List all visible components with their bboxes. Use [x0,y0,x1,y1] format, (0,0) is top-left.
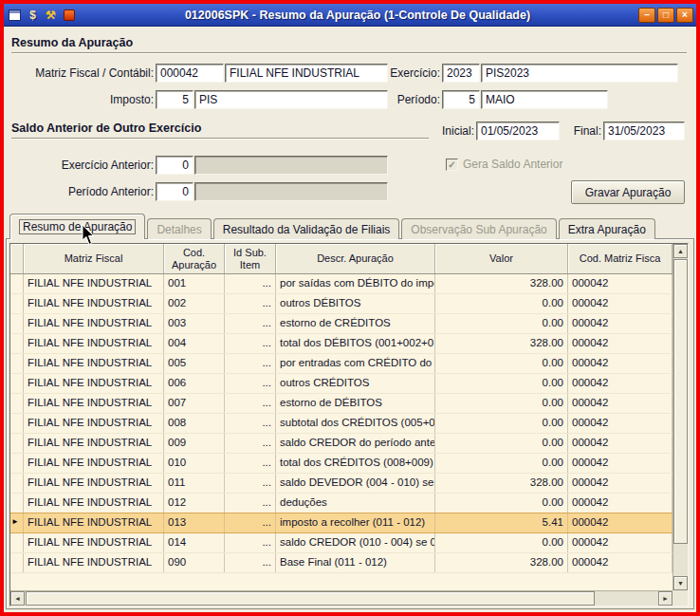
cell-valor: 0.00 [435,454,568,473]
grid-body: FILIAL NFE INDUSTRIAL001...por saídas co… [10,274,672,573]
cell-id_sub: ... [225,394,276,413]
gera-saldo-checkbox-row: ✓ Gera Saldo Anterior [446,158,562,171]
table-row[interactable]: FILIAL NFE INDUSTRIAL003...estorno de CR… [10,314,672,334]
imposto-name-field[interactable] [194,90,388,109]
exercicio-anterior-field[interactable] [156,156,193,175]
grid-header-cod[interactable]: Cod. Apuração [164,244,225,273]
exercicio-code-field[interactable] [442,64,480,83]
tab-resultado-validacao-filiais[interactable]: Resultado da Validação de Filiais [213,218,400,239]
cell-matriz: FILIAL NFE INDUSTRIAL [24,494,164,513]
matriz-name-field[interactable] [225,64,388,83]
cell-id_sub: ... [225,434,276,453]
cell-cod_matriz: 000042 [568,513,672,532]
scroll-down-button[interactable]: ▼ [673,576,688,590]
close-button[interactable]: × [676,8,693,23]
table-row[interactable]: FILIAL NFE INDUSTRIAL008...subtotal dos … [10,414,672,434]
cell-matriz: FILIAL NFE INDUSTRIAL [24,274,164,293]
cell-matriz: FILIAL NFE INDUSTRIAL [24,533,164,552]
cell-valor: 328.00 [435,474,568,493]
cell-matriz: FILIAL NFE INDUSTRIAL [24,513,164,532]
cell-id_sub: ... [225,274,276,293]
cell-matriz: FILIAL NFE INDUSTRIAL [24,454,164,473]
matriz-code-field[interactable] [156,64,224,83]
cell-cod_matriz: 000042 [568,294,672,313]
section-resumo-title: Resumo da Apuração [11,36,133,49]
row-indicator [10,454,24,473]
cell-descr: outros CRÉDITOS [276,374,435,393]
periodo-name-field[interactable] [481,90,608,109]
horizontal-scrollbar[interactable]: ◄ ► [10,590,672,606]
cell-cod: 003 [164,314,225,333]
table-row[interactable]: FILIAL NFE INDUSTRIAL002...outros DÉBITO… [10,294,672,314]
cell-cod_matriz: 000042 [568,274,672,293]
grid-header-id_sub[interactable]: Id Sub. Item [225,244,276,273]
scroll-right-button[interactable]: ► [658,591,672,606]
imposto-code-field[interactable] [156,90,193,109]
cell-cod_matriz: 000042 [568,474,672,493]
apuracao-grid: Matriz FiscalCod. ApuraçãoId Sub. ItemDe… [9,243,689,607]
cell-cod: 013 [164,513,225,532]
grid-header-matriz[interactable]: Matriz Fiscal [24,244,164,273]
app-window: $ ⚒ 012006SPK - Resumo da Apuração (1-Co… [0,0,700,616]
vertical-scroll-thumb[interactable] [673,259,688,544]
table-row[interactable]: FILIAL NFE INDUSTRIAL005...por entradas … [10,354,672,374]
inicial-date-field[interactable] [476,121,560,140]
table-row[interactable]: FILIAL NFE INDUSTRIAL012...deduções0.000… [10,494,672,513]
exercicio-name-field[interactable] [481,64,678,83]
row-indicator [10,494,24,513]
tab-label: Detalhes [157,223,201,236]
cell-descr: saldo CREDOR do período anter [276,434,435,453]
grid-header-cod_matriz[interactable]: Cod. Matriz Fisca [568,244,672,273]
scroll-left-button[interactable]: ◄ [10,591,25,606]
cell-cod_matriz: 000042 [568,533,672,552]
cell-descr: Base Final (011 - 012) [276,553,435,572]
table-row[interactable]: FILIAL NFE INDUSTRIAL011...saldo DEVEDOR… [10,474,672,494]
row-indicator [10,334,24,353]
table-row[interactable]: ►FILIAL NFE INDUSTRIAL013...imposto a re… [10,513,672,533]
periodo-anterior-field[interactable] [156,182,193,201]
periodo-label: Período: [381,93,440,106]
table-row[interactable]: FILIAL NFE INDUSTRIAL009...saldo CREDOR … [10,434,672,454]
imposto-label: Imposto: [11,93,154,106]
table-row[interactable]: FILIAL NFE INDUSTRIAL006...outros CRÉDIT… [10,374,672,394]
scroll-up-button[interactable]: ▲ [673,244,688,258]
cell-cod: 008 [164,414,225,433]
cell-cod: 009 [164,434,225,453]
tab-label: Resumo de Apuração [19,219,136,234]
table-row[interactable]: FILIAL NFE INDUSTRIAL007...estorno de DÉ… [10,394,672,414]
cell-cod: 090 [164,553,225,572]
grid-header-valor[interactable]: Valor [435,244,568,273]
row-indicator [10,294,24,313]
package-icon [61,8,77,23]
cell-cod_matriz: 000042 [568,374,672,393]
mouse-cursor-icon [82,225,95,246]
table-row[interactable]: FILIAL NFE INDUSTRIAL010...total dos CRÉ… [10,454,672,474]
tab-extra-apuracao[interactable]: Extra Apuração [559,218,655,239]
grid-data-area: Matriz FiscalCod. ApuraçãoId Sub. ItemDe… [10,244,672,590]
table-row[interactable]: FILIAL NFE INDUSTRIAL014...saldo CREDOR … [10,533,672,553]
vertical-scrollbar[interactable]: ▲ ▼ [672,244,688,590]
final-date-field[interactable] [603,121,685,140]
cell-cod: 010 [164,454,225,473]
cell-descr: por entradas com CRÉDITO do i [276,354,435,373]
title-bar: $ ⚒ 012006SPK - Resumo da Apuração (1-Co… [4,4,696,27]
minimize-button[interactable]: – [638,8,655,23]
maximize-button[interactable]: □ [657,8,674,23]
gravar-apuracao-button[interactable]: Gravar Apuração [571,180,685,204]
cell-id_sub: ... [225,533,276,552]
cell-valor: 0.00 [435,533,568,552]
scrollbar-corner [672,590,688,606]
periodo-code-field[interactable] [442,90,480,109]
table-row[interactable]: FILIAL NFE INDUSTRIAL090...Base Final (0… [10,553,672,573]
row-indicator [10,274,24,293]
cell-cod: 014 [164,533,225,552]
cell-cod: 004 [164,334,225,353]
cell-id_sub: ... [225,294,276,313]
cell-cod_matriz: 000042 [568,414,672,433]
tab-resumo-de-apuracao[interactable]: Resumo de Apuração [9,214,145,239]
table-row[interactable]: FILIAL NFE INDUSTRIAL001...por saídas co… [10,274,672,294]
cell-valor: 0.00 [435,294,568,313]
horizontal-scroll-thumb[interactable] [26,591,595,606]
table-row[interactable]: FILIAL NFE INDUSTRIAL004...total dos DÉB… [10,334,672,354]
grid-header-descr[interactable]: Descr. Apuração [276,244,435,273]
